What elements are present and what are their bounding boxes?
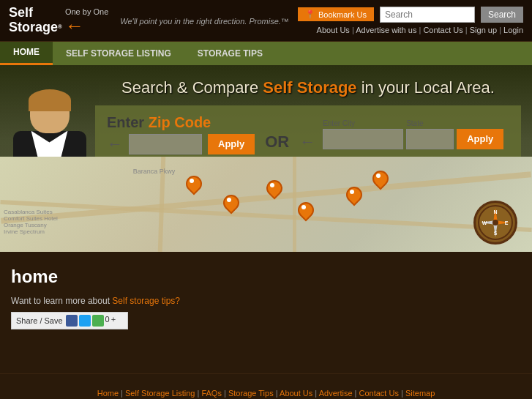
svg-text:N: N bbox=[493, 209, 497, 215]
compass-svg: N S W E bbox=[477, 204, 514, 241]
map-label-2: Casablanca SuitesComfort Suites HotelOra… bbox=[4, 209, 58, 235]
search-input[interactable] bbox=[380, 7, 475, 23]
signup-link[interactable]: Sign up bbox=[470, 26, 497, 34]
footer-faqs-link[interactable]: FAQs bbox=[201, 389, 222, 398]
zip-code-label: Zip Code bbox=[149, 114, 211, 130]
map-pin-3 bbox=[266, 180, 280, 196]
footer-home-link[interactable]: Home bbox=[97, 389, 119, 398]
city-state-labels: Enter City State bbox=[323, 119, 503, 127]
footer-listing-link[interactable]: Self Storage Listing bbox=[125, 389, 195, 398]
city-state-inputs: Apply bbox=[323, 129, 503, 149]
zip-section: Enter Zip Code ← Apply bbox=[107, 114, 255, 154]
footer-advertise-link[interactable]: Advertise bbox=[319, 389, 353, 398]
map-pin-5 bbox=[346, 187, 359, 203]
pin-icon: 📍 bbox=[305, 10, 315, 19]
tagline-text: We'll point you in the right direction. … bbox=[120, 17, 289, 26]
nav-self-storage-listing[interactable]: SELF STORAGE LISTING bbox=[53, 42, 184, 65]
compass-rose: N S W E bbox=[473, 201, 517, 245]
footer: Home | Self Storage Listing | FAQs | Sto… bbox=[0, 373, 532, 399]
headline-post: in your Local Area. bbox=[357, 78, 495, 97]
email-share-icon[interactable] bbox=[92, 315, 104, 327]
logo-right: One by One ← bbox=[65, 7, 108, 35]
footer-tips-link[interactable]: Storage Tips bbox=[228, 389, 274, 398]
person-hair bbox=[29, 89, 71, 111]
about-us-link[interactable]: About Us bbox=[317, 26, 350, 34]
map-background: Baranca Pkwy Casablanca SuitesComfort Su… bbox=[0, 157, 532, 252]
logo-registered: ® bbox=[58, 24, 62, 31]
advertise-link[interactable]: Advertise with us bbox=[356, 26, 416, 34]
logo-self: Self bbox=[9, 6, 62, 20]
svg-text:E: E bbox=[505, 220, 509, 225]
state-input[interactable] bbox=[406, 129, 454, 149]
search-button[interactable]: Search bbox=[481, 7, 523, 23]
nav-home[interactable]: HOME bbox=[0, 42, 53, 65]
footer-links: Home | Self Storage Listing | FAQs | Sto… bbox=[11, 389, 521, 398]
footer-about-link[interactable]: About Us bbox=[280, 389, 312, 398]
map-label-1: Baranca Pkwy bbox=[133, 168, 176, 175]
map-pin-1 bbox=[186, 176, 199, 192]
bookmark-label: Bookmark Us bbox=[318, 10, 367, 19]
page-title: home bbox=[11, 266, 521, 287]
svg-point-5 bbox=[492, 220, 498, 225]
apply-zip-button[interactable]: Apply bbox=[208, 134, 255, 154]
header-links: About Us | Advertise with us | Contact U… bbox=[317, 26, 523, 34]
map-road-v2 bbox=[293, 157, 296, 252]
facebook-share-icon[interactable] bbox=[66, 315, 78, 327]
apply-city-button[interactable]: Apply bbox=[457, 129, 503, 149]
share-label: Share / Save bbox=[16, 316, 63, 325]
learn-more-text: Want to learn more about Self storage ti… bbox=[11, 296, 521, 306]
search-form-area: Enter Zip Code ← Apply OR ← Enter City S… bbox=[95, 105, 521, 163]
map-area: Baranca Pkwy Casablanca SuitesComfort Su… bbox=[0, 157, 532, 252]
header: Self Storage ® One by One ← We'll point … bbox=[0, 0, 532, 42]
bookmark-button[interactable]: 📍 Bookmark Us bbox=[298, 7, 374, 21]
self-storage-tips-link[interactable]: Self storage tips? bbox=[112, 296, 180, 306]
map-pin-6 bbox=[372, 171, 386, 187]
bookmark-search-row: 📍 Bookmark Us Search bbox=[298, 7, 523, 23]
arrow-city-icon: ← bbox=[299, 133, 315, 152]
header-right: 📍 Bookmark Us Search About Us | Advertis… bbox=[298, 7, 523, 34]
arrow-zip-icon: ← bbox=[107, 135, 123, 154]
share-count: 0 bbox=[105, 315, 110, 327]
city-input[interactable] bbox=[323, 129, 403, 149]
hero-section: Search & Compare Self Storage in your Lo… bbox=[0, 65, 532, 252]
main-nav: HOME SELF STORAGE LISTING STORAGE TIPS bbox=[0, 42, 532, 65]
logo-left: Self Storage ® bbox=[9, 6, 62, 35]
zip-label: Enter Zip Code bbox=[107, 114, 255, 131]
logo-storage-text: Storage bbox=[9, 20, 58, 35]
zip-inputs: ← Apply bbox=[107, 134, 255, 154]
headline-highlight: Self Storage bbox=[263, 78, 356, 97]
login-link[interactable]: Login bbox=[503, 26, 523, 34]
hero-headline: Search & Compare Self Storage in your Lo… bbox=[99, 78, 517, 97]
share-bar[interactable]: Share / Save 0 + bbox=[11, 312, 128, 329]
learn-more-pre: Want to learn more about bbox=[11, 296, 112, 306]
logo-area: Self Storage ® One by One ← We'll point … bbox=[9, 6, 289, 35]
svg-text:W: W bbox=[482, 220, 487, 225]
logo: Self Storage ® One by One ← bbox=[9, 6, 108, 35]
footer-contact-link[interactable]: Contact Us bbox=[359, 389, 399, 398]
svg-text:S: S bbox=[494, 231, 498, 236]
city-state-section: Enter City State Apply bbox=[323, 119, 503, 149]
enter-label: Enter bbox=[107, 114, 149, 130]
footer-sitemap-link[interactable]: Sitemap bbox=[405, 389, 435, 398]
or-divider: OR bbox=[262, 133, 292, 152]
nav-storage-tips[interactable]: STORAGE TIPS bbox=[184, 42, 276, 65]
twitter-share-icon[interactable] bbox=[79, 315, 91, 327]
logo-arrow-icon: ← bbox=[65, 16, 108, 35]
contact-link[interactable]: Contact Us bbox=[423, 26, 462, 34]
map-pin-2 bbox=[223, 195, 236, 211]
logo-tagline: We'll point you in the right direction. … bbox=[120, 14, 289, 27]
city-label: Enter City bbox=[323, 119, 403, 127]
main-content: home Want to learn more about Self stora… bbox=[0, 252, 532, 344]
share-icons: 0 + bbox=[66, 315, 116, 327]
share-plus: + bbox=[111, 315, 116, 327]
logo-storage: Storage ® bbox=[9, 20, 62, 35]
headline-pre: Search & Compare bbox=[121, 78, 263, 97]
zip-input[interactable] bbox=[129, 134, 202, 154]
state-label: State bbox=[406, 119, 457, 127]
map-pin-4 bbox=[298, 202, 311, 218]
